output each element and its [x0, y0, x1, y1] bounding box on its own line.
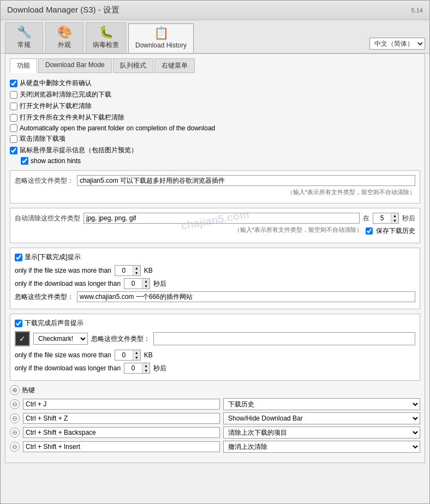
remove-hotkey-2-btn[interactable]: ⊖ [10, 413, 20, 423]
remove-hotkey-1-btn[interactable]: ⊖ [10, 399, 20, 409]
sound-ignore-label: 忽略这些文件类型： [91, 334, 150, 344]
sound-row2-spin: ▲ ▼ [124, 363, 150, 374]
checkboxes-section: 从硬盘中删除文件前确认 关闭浏览器时清除已完成的下载 打开文件时从下载栏清除 打… [10, 79, 420, 165]
sub-tab-function[interactable]: 功能 [10, 58, 37, 73]
language-select[interactable]: 中文（简体） English [369, 38, 425, 50]
download-complete-section: 显示[下载完成]提示 only if the file size was mor… [10, 248, 420, 309]
tab-history[interactable]: 📋 Download History [128, 23, 194, 53]
checkbox-close-browser-clear-label: 关闭浏览器时清除已完成的下载 [20, 90, 111, 99]
save-history-checkbox[interactable] [366, 227, 373, 235]
window-title: Download Manager (S3) - 设置 [7, 5, 120, 15]
dc-row1-unit: KB [144, 267, 153, 274]
sound-ignore-input[interactable] [153, 332, 415, 345]
checkbox-row-3: 打开文件时从下载栏清除 [10, 101, 420, 111]
download-complete-label: 显示[下载完成]提示 [25, 253, 81, 262]
sound-row1-spin: ▲ ▼ [115, 350, 141, 361]
dc-row2-down[interactable]: ▼ [142, 284, 150, 289]
ignore-types-input[interactable] [77, 175, 415, 186]
sound-select[interactable]: Checkmark! Default None [33, 333, 88, 345]
dc-ignore-label: 忽略这些文件类型： [15, 292, 74, 302]
remove-hotkey-3-btn[interactable]: ⊖ [10, 428, 20, 437]
seconds-input[interactable] [373, 213, 391, 223]
title-bar: Download Manager (S3) - 设置 5.14 [1, 1, 429, 20]
hotkey-2-select[interactable]: 下载历史 Show/Hide Download Bar 清除上次下载的项目 撤消… [223, 412, 420, 424]
sub-tab-context-menu[interactable]: 右键菜单 [154, 58, 195, 73]
checkbox-row-1: 从硬盘中删除文件前确认 [10, 79, 420, 88]
dc-row1-input[interactable] [115, 266, 133, 275]
sound-row1-up[interactable]: ▲ [133, 350, 140, 355]
seconds-up-btn[interactable]: ▲ [391, 213, 398, 218]
hotkey-1-input[interactable] [23, 399, 220, 410]
hotkey-1-select[interactable]: 下载历史 Show/Hide Download Bar 清除上次下载的项目 撤消… [223, 398, 420, 410]
checkbox-close-browser-clear[interactable] [10, 91, 17, 99]
tab-general[interactable]: 🔧 常规 [5, 22, 43, 53]
hotkey-4-input[interactable] [23, 441, 220, 452]
dc-row2: only if the download was longer than ▲ ▼… [15, 278, 415, 289]
auto-clear-hint: （输入*表示所有文件类型，留空则不自动清除） [234, 226, 362, 234]
sound-row2: only if the download was longer than ▲ ▼… [15, 363, 415, 374]
checkbox-row-7a: show action hints [21, 157, 420, 165]
checkbox-open-folder-clear[interactable] [10, 114, 17, 122]
appearance-icon: 🎨 [57, 25, 72, 39]
hotkeys-section: ⊕ 热键 ⊖ 下载历史 Show/Hide Download Bar 清除上次下… [10, 385, 420, 453]
tab-virus[interactable]: 🐛 病毒检查 [86, 22, 126, 53]
sound-row1-down[interactable]: ▼ [133, 355, 140, 360]
ignore-types-section: 忽略这些文件类型： （输入*表示所有文件类型，留空则不自动清除） [10, 170, 420, 203]
dc-row1-label: only if the file size was more than [15, 267, 111, 274]
tab-appearance[interactable]: 🎨 外观 [45, 22, 83, 53]
tab-history-label: Download History [135, 41, 187, 49]
auto-clear-field-row: 自动清除这些文件类型 在 ▲ ▼ 秒后 [15, 213, 415, 224]
sound-row2-input[interactable] [124, 363, 142, 373]
hotkey-3-select[interactable]: 下载历史 Show/Hide Download Bar 清除上次下载的项目 撤消… [223, 427, 420, 439]
sub-tab-queue-mode[interactable]: 队列模式 [113, 58, 153, 73]
ignore-types-hint: （输入*表示所有文件类型，留空则不自动清除） [15, 188, 415, 196]
checkbox-double-click-clear[interactable] [10, 135, 17, 143]
checkbox-delete-confirm[interactable] [10, 80, 17, 87]
hotkey-row-3: ⊖ 下载历史 Show/Hide Download Bar 清除上次下载的项目 … [10, 427, 420, 439]
dc-row2-input[interactable] [124, 279, 142, 289]
checkbox-hover-preview[interactable] [10, 147, 17, 154]
hotkey-row-4: ⊖ 下载历史 Show/Hide Download Bar 清除上次下载的项目 … [10, 441, 420, 453]
hotkey-row-2: ⊖ 下载历史 Show/Hide Download Bar 清除上次下载的项目 … [10, 412, 420, 424]
sound-row2-unit: 秒后 [153, 364, 166, 373]
sound-controls-row: ✓ Checkmark! Default None 忽略这些文件类型： [15, 331, 415, 346]
toolbar: 🔧 常规 🎨 外观 🐛 病毒检查 📋 Download History 中文（简… [1, 20, 429, 53]
dc-ignore-input[interactable] [77, 291, 415, 302]
dc-row1-down[interactable]: ▼ [133, 271, 140, 275]
dc-row1-up[interactable]: ▲ [133, 266, 140, 271]
hotkey-2-input[interactable] [23, 413, 220, 424]
checkbox-delete-confirm-label: 从硬盘中删除文件前确认 [20, 79, 92, 88]
sound-checkbox[interactable] [15, 320, 22, 327]
ignore-types-label: 忽略这些文件类型： [15, 176, 74, 185]
checkbox-show-action-hints-label: show action hints [31, 157, 81, 165]
sub-tab-download-bar-mode[interactable]: Download Bar Mode [38, 58, 112, 73]
add-hotkey-btn[interactable]: ⊕ [10, 385, 20, 395]
history-icon: 📋 [154, 26, 169, 40]
toolbar-tabs: 🔧 常规 🎨 外观 🐛 病毒检查 📋 Download History [5, 22, 194, 53]
hotkey-3-input[interactable] [23, 427, 220, 438]
main-window: Download Manager (S3) - 设置 5.14 🔧 常规 🎨 外… [0, 0, 430, 504]
sound-row1-input[interactable] [115, 350, 133, 360]
sound-row2-down[interactable]: ▼ [142, 368, 150, 373]
sound-checkbox-row: 下载完成后声音提示 [15, 319, 415, 328]
seconds-spin-field: ▲ ▼ [373, 213, 399, 224]
seconds-down-btn[interactable]: ▼ [391, 218, 398, 223]
checkbox-open-file-clear[interactable] [10, 103, 17, 110]
dc-row2-up[interactable]: ▲ [142, 279, 150, 284]
checkbox-show-action-hints[interactable] [21, 157, 28, 165]
remove-hotkey-4-btn[interactable]: ⊖ [10, 442, 20, 452]
sound-row2-up[interactable]: ▲ [142, 363, 150, 368]
sound-row2-label: only if the download was longer than [15, 364, 121, 372]
checkbox-auto-open-parent[interactable] [10, 124, 17, 132]
checkbox-row-6: 双击清除下载项 [10, 134, 420, 143]
virus-icon: 🐛 [99, 25, 114, 39]
tab-virus-label: 病毒检查 [93, 40, 119, 50]
seconds-label: 秒后 [402, 214, 415, 223]
dc-row2-spins: ▲ ▼ [142, 279, 150, 289]
sound-row1-label: only if the file size was more than [15, 351, 111, 359]
content-area: 功能 Download Bar Mode 队列模式 右键菜单 从硬盘中删除文件前… [5, 53, 425, 463]
download-complete-checkbox[interactable] [15, 254, 22, 261]
hotkey-4-select[interactable]: 下载历史 Show/Hide Download Bar 清除上次下载的项目 撤消… [223, 441, 420, 453]
auto-clear-types-input[interactable] [83, 213, 360, 224]
dc-row2-label: only if the download was longer than [15, 280, 121, 287]
